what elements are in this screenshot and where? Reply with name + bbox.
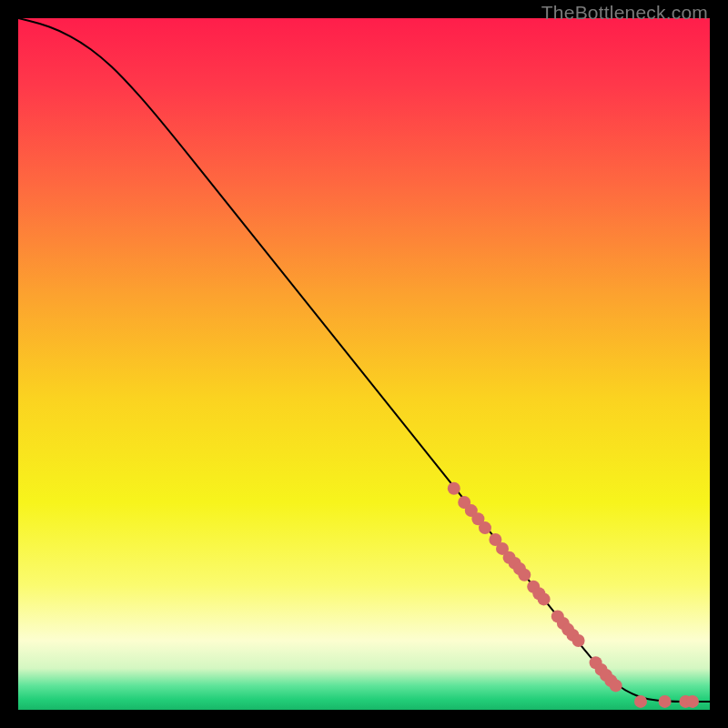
scatter-point [634,695,647,708]
scatter-point [659,695,672,708]
chart-frame [18,18,710,710]
scatter-point [518,569,531,581]
scatter-point [686,695,699,708]
scatter-point [479,521,491,534]
watermark-text: TheBottleneck.com [541,2,708,24]
scatter-point [572,634,585,647]
chart-svg [18,18,710,710]
chart-background [18,18,710,710]
scatter-point [538,592,551,605]
scatter-point [610,679,622,692]
scatter-point [448,482,460,495]
